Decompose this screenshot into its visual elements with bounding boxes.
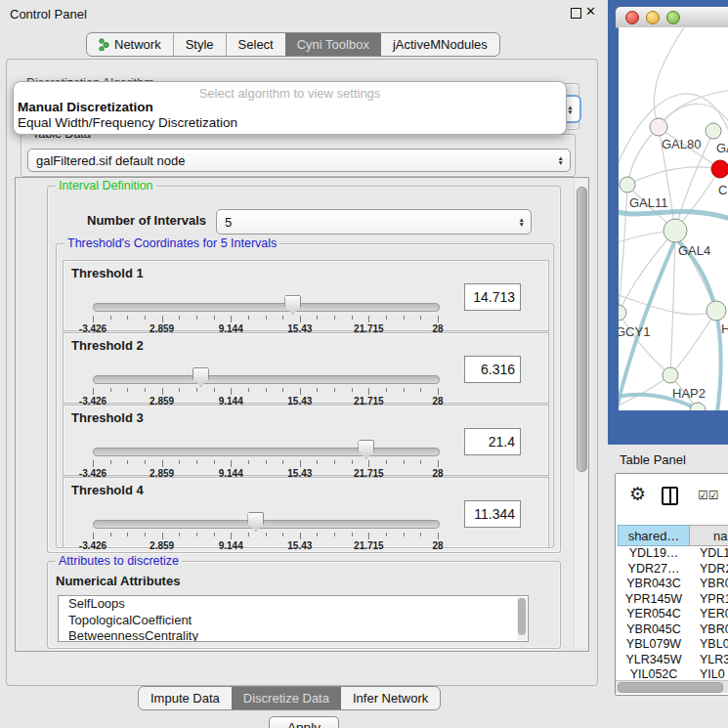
threshold-label: Threshold 4: [71, 483, 144, 497]
network-window-titlebar[interactable]: [616, 7, 728, 28]
network-node-hap2[interactable]: [663, 367, 678, 383]
network-node[interactable]: [690, 403, 706, 410]
tab-infer-network[interactable]: Infer Network: [341, 687, 440, 709]
threshold-value-field[interactable]: [464, 500, 521, 528]
split-columns-icon[interactable]: [662, 487, 678, 505]
threshold-slider-thumb[interactable]: [247, 512, 264, 532]
cell-shared-name[interactable]: YPR145W: [618, 592, 690, 608]
table-row[interactable]: YPR145WYPR1: [618, 592, 728, 608]
table-hscroll-thumb[interactable]: [618, 682, 723, 693]
network-node-gal11[interactable]: [620, 177, 635, 193]
viewport-scrollbar[interactable]: [574, 179, 587, 648]
cell-name[interactable]: YBR0: [690, 577, 728, 592]
threshold-slider-thumb[interactable]: [284, 295, 301, 315]
network-edge[interactable]: [619, 293, 716, 315]
cell-shared-name[interactable]: YBR045C: [618, 622, 690, 638]
table-row[interactable]: YLR345WYLR3: [618, 653, 728, 668]
zoom-traffic-light[interactable]: [666, 11, 680, 24]
attribute-list-item[interactable]: BetweennessCentrality: [59, 628, 528, 642]
threshold-panel: Threshold 4 -3.4262.8599.14415.4321.7152…: [63, 477, 549, 548]
viewport-scrollbar-thumb[interactable]: [577, 187, 587, 472]
threshold-slider-track[interactable]: [93, 303, 440, 312]
network-edge[interactable]: [654, 27, 684, 127]
attribute-list-item[interactable]: TopologicalCoefficient: [59, 613, 528, 629]
tab-network[interactable]: Network: [87, 33, 173, 56]
stepper-arrows-icon: ▲▼: [558, 155, 564, 165]
group-title: Attributes to discretize: [56, 554, 182, 568]
dropdown-option[interactable]: Equal Width/Frequency Discretization: [18, 115, 237, 130]
table-row[interactable]: YDR27…YDR2: [618, 562, 728, 578]
cell-shared-name[interactable]: YBR043C: [618, 577, 690, 592]
tab-cyni-toolbox[interactable]: Cyni Toolbox: [285, 33, 381, 56]
tab-select[interactable]: Select: [226, 33, 285, 56]
bottom-tab-bar: Impute DataDiscretize DataInfer Network: [138, 686, 441, 710]
threshold-slider-track[interactable]: [93, 448, 440, 456]
table-row[interactable]: YBL079WYBL0: [618, 637, 728, 653]
network-node-gal4[interactable]: [664, 219, 687, 242]
tab-jactivemnodules[interactable]: jActiveMNodules: [381, 33, 499, 56]
network-node-gcy1[interactable]: [619, 305, 626, 321]
network-node-ga[interactable]: [706, 123, 721, 139]
minimize-traffic-light[interactable]: [646, 11, 660, 24]
network-node-c[interactable]: [711, 160, 728, 178]
dropdown-option[interactable]: Manual Discretization: [18, 100, 153, 114]
threshold-slider-thumb[interactable]: [358, 440, 374, 459]
network-edge[interactable]: [627, 167, 720, 185]
network-edge[interactable]: [619, 375, 670, 408]
threshold-value-field[interactable]: [464, 428, 521, 455]
close-icon[interactable]: ✕: [585, 4, 596, 19]
column-header-shared-name[interactable]: shared…: [618, 525, 690, 546]
table-row[interactable]: YIL052CYIL0: [618, 667, 728, 681]
float-window-icon[interactable]: [571, 8, 581, 19]
group-title: Threshold's Coordinates for 5 Intervals: [64, 236, 279, 250]
column-header-name[interactable]: na: [690, 525, 728, 546]
network-edge[interactable]: [619, 185, 627, 313]
close-traffic-light[interactable]: [625, 11, 639, 24]
threshold-value-field[interactable]: [464, 283, 521, 311]
table-row[interactable]: YER054CYER0: [618, 607, 728, 622]
network-node-label: GAL4: [678, 243, 710, 258]
cell-shared-name[interactable]: YER054C: [618, 607, 690, 622]
threshold-value-field[interactable]: [464, 356, 521, 383]
tab-style[interactable]: Style: [173, 33, 226, 56]
cell-shared-name[interactable]: YBL079W: [618, 637, 690, 653]
num-intervals-combo[interactable]: 5 ▲▼: [216, 209, 532, 235]
cell-shared-name[interactable]: YDL19…: [618, 546, 690, 562]
threshold-slider-track[interactable]: [93, 520, 440, 529]
network-edge[interactable]: [670, 311, 716, 375]
settings-gear-icon[interactable]: ⚙: [629, 485, 646, 504]
table-row[interactable]: YBR043CYBR0: [618, 577, 728, 592]
tab-discretize-data[interactable]: Discretize Data: [232, 687, 341, 709]
network-edge[interactable]: [619, 231, 675, 313]
network-canvas[interactable]: GAL80GACGAL11GAL4HGCY1HAP2: [619, 27, 728, 410]
cell-name[interactable]: YLR3: [690, 653, 728, 668]
cell-name[interactable]: YPR1: [690, 592, 728, 608]
attributes-list-scrollbar[interactable]: [517, 597, 527, 640]
network-edge[interactable]: [659, 90, 728, 127]
cell-name[interactable]: YIL0: [690, 667, 728, 681]
tab-impute-data[interactable]: Impute Data: [139, 687, 232, 709]
cell-name[interactable]: YBR0: [690, 622, 728, 638]
cell-name[interactable]: YBL0: [690, 637, 728, 653]
cell-shared-name[interactable]: YDR27…: [618, 562, 690, 578]
cell-name[interactable]: YDL1: [690, 546, 728, 562]
table-row[interactable]: YBR045CYBR0: [618, 622, 728, 638]
table-data-combo[interactable]: galFiltered.sif default node ▲▼: [27, 149, 571, 172]
cell-name[interactable]: YDR2: [690, 562, 728, 578]
attribute-list-item[interactable]: SelfLoops: [59, 596, 528, 613]
table-horizontal-scrollbar[interactable]: [616, 680, 728, 693]
cell-shared-name[interactable]: YLR345W: [618, 653, 690, 668]
network-node-h[interactable]: [707, 301, 726, 321]
network-view-window: GAL80GACGAL11GAL4HGCY1HAP2: [608, 0, 728, 445]
threshold-slider-thumb[interactable]: [193, 367, 209, 387]
attributes-list[interactable]: SelfLoopsTopologicalCoefficientBetweenne…: [58, 595, 529, 642]
cell-name[interactable]: YER0: [690, 607, 728, 622]
column-checkboxes-icon[interactable]: ☑☑: [698, 489, 719, 502]
cell-shared-name[interactable]: YIL052C: [618, 667, 690, 681]
network-node-gal80[interactable]: [650, 118, 667, 136]
table-row[interactable]: YDL19…YDL1: [618, 546, 728, 562]
tab-label: Discretize Data: [243, 691, 329, 706]
network-node-label: GCY1: [619, 324, 650, 339]
apply-button[interactable]: Apply: [269, 716, 339, 728]
threshold-slider-track[interactable]: [93, 375, 440, 384]
